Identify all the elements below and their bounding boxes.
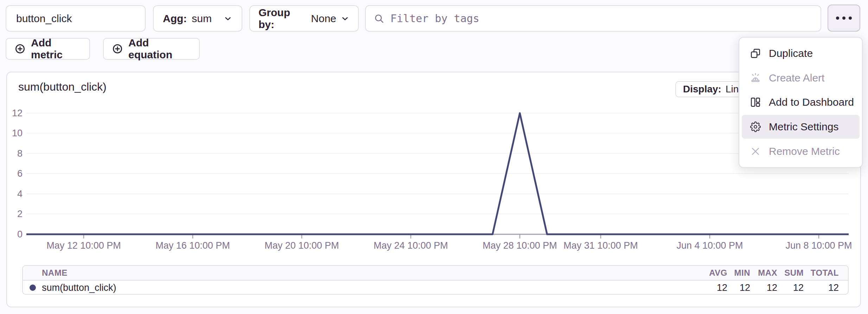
column-header-min: MIN (727, 268, 750, 278)
series-color-dot (30, 284, 36, 291)
menu-item-remove-metric[interactable]: Remove Metric (742, 139, 860, 163)
column-header-total: TOTAL (804, 268, 839, 278)
menu-item-label: Metric Settings (769, 121, 838, 133)
add-equation-button[interactable]: Add equation (103, 38, 200, 60)
aggregation-label: Agg: (163, 13, 187, 25)
tag-filter-input[interactable] (390, 12, 813, 25)
aggregation-dropdown[interactable]: Agg: sum (153, 5, 242, 32)
menu-item-metric-settings[interactable]: Metric Settings (742, 115, 860, 139)
more-options-button[interactable] (828, 5, 860, 32)
x-axis-label: May 16 10:00 PM (147, 240, 238, 251)
cell-sum: 12 (777, 282, 804, 293)
aggregation-value: sum (192, 13, 212, 25)
x-axis-label: Jun 8 10:00 PM (773, 240, 864, 251)
siren-icon (750, 72, 761, 84)
add-metric-label: Add metric (31, 37, 82, 61)
column-header-sum: SUM (777, 268, 804, 278)
chevron-down-icon (223, 14, 232, 23)
context-menu: Duplicate Create Alert Add to Dashboard … (739, 37, 863, 168)
x-axis-label: Jun 4 10:00 PM (664, 240, 755, 251)
menu-item-create-alert[interactable]: Create Alert (742, 66, 860, 90)
column-header-name: NAME (23, 268, 703, 278)
cell-total: 12 (804, 282, 839, 293)
duplicate-icon (750, 48, 761, 59)
group-by-label: Group by: (259, 7, 307, 31)
summary-table: NAME AVG MIN MAX SUM TOTAL sum(button_cl… (22, 265, 849, 295)
display-label: Display: (683, 84, 721, 95)
y-axis-label: 8 (3, 148, 23, 159)
chevron-down-icon (340, 14, 350, 23)
table-row[interactable]: sum(button_click) 12 12 12 12 12 (23, 281, 848, 295)
menu-item-add-to-dashboard[interactable]: Add to Dashboard (742, 90, 860, 114)
summary-table-header: NAME AVG MIN MAX SUM TOTAL (23, 266, 848, 281)
group-by-dropdown[interactable]: Group by: None (249, 5, 359, 32)
x-axis-label: May 12 10:00 PM (38, 240, 129, 251)
y-axis-label: 2 (3, 209, 23, 220)
group-by-value: None (311, 13, 336, 25)
search-icon (374, 13, 385, 24)
dashboard-icon (750, 97, 761, 108)
chart-title: sum(button_click) (18, 80, 107, 93)
circle-plus-icon (111, 43, 123, 55)
y-axis-label: 6 (3, 168, 23, 179)
y-axis-label: 0 (3, 229, 23, 240)
column-header-avg: AVG (703, 268, 727, 278)
y-axis-label: 4 (3, 189, 23, 199)
x-axis-label: May 31 10:00 PM (555, 240, 646, 251)
y-axis-label: 12 (3, 108, 23, 119)
circle-plus-icon (14, 43, 26, 55)
metric-name-input[interactable] (6, 5, 146, 32)
cell-max: 12 (750, 282, 777, 293)
menu-item-duplicate[interactable]: Duplicate (742, 41, 860, 65)
tag-filter-container (365, 5, 821, 32)
cell-avg: 12 (703, 282, 727, 293)
x-axis-label: May 20 10:00 PM (256, 240, 347, 251)
x-axis-label: May 28 10:00 PM (474, 240, 566, 251)
close-icon (750, 146, 761, 157)
ellipsis-icon (836, 17, 839, 20)
menu-item-label: Remove Metric (769, 145, 840, 157)
add-metric-button[interactable]: Add metric (6, 38, 90, 60)
cell-min: 12 (727, 282, 750, 293)
menu-item-label: Duplicate (769, 47, 813, 59)
menu-item-label: Create Alert (769, 72, 824, 84)
series-name: sum(button_click) (42, 282, 116, 293)
menu-item-label: Add to Dashboard (769, 96, 854, 108)
add-equation-label: Add equation (128, 37, 191, 61)
y-axis-label: 10 (3, 128, 23, 139)
gear-icon (750, 122, 761, 132)
column-header-max: MAX (750, 268, 777, 278)
x-axis-label: May 24 10:00 PM (365, 240, 457, 251)
